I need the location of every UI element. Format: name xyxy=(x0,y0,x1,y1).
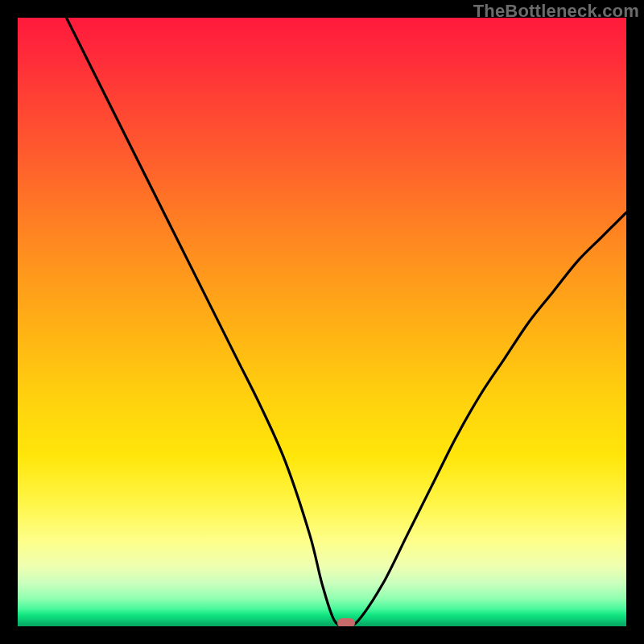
bottleneck-curve xyxy=(18,18,626,626)
optimal-marker xyxy=(337,618,355,626)
plot-area xyxy=(18,18,626,626)
watermark-text: TheBottleneck.com xyxy=(473,2,639,20)
chart-frame: TheBottleneck.com xyxy=(0,0,644,644)
